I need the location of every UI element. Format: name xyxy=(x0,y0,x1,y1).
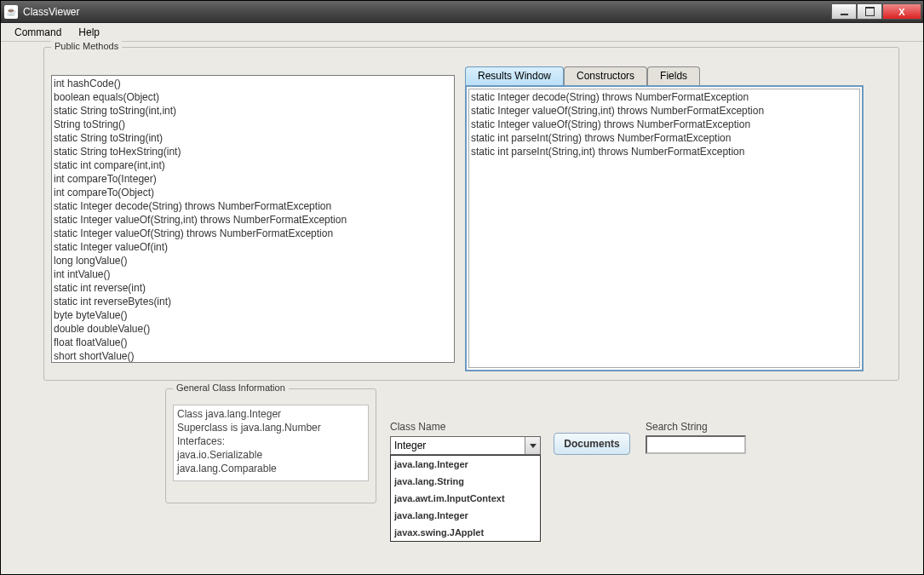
results-list[interactable]: static Integer decode(String) throws Num… xyxy=(468,89,860,368)
menu-command[interactable]: Command xyxy=(6,25,70,40)
public-methods-panel: Public Methods int hashCode()boolean equ… xyxy=(43,47,899,381)
class-info-line: java.io.Serializable xyxy=(177,448,364,462)
public-methods-legend: Public Methods xyxy=(51,41,122,51)
method-item[interactable]: byte byteValue() xyxy=(54,308,452,322)
method-item[interactable]: static int reverseBytes(int) xyxy=(54,295,452,308)
method-item[interactable]: int compareTo(Integer) xyxy=(54,172,452,186)
classname-dropdown[interactable]: java.lang.Integerjava.lang.Stringjava.aw… xyxy=(390,455,541,542)
dropdown-option[interactable]: javax.swing.JApplet xyxy=(391,524,540,541)
class-info-box: Class java.lang.Integer Superclass is ja… xyxy=(173,405,369,481)
window-controls: X xyxy=(831,3,921,20)
client-area: Public Methods int hashCode()boolean equ… xyxy=(1,42,923,574)
tabs-area: Results Window Constructors Fields stati… xyxy=(465,66,864,371)
result-item[interactable]: static Integer valueOf(String,int) throw… xyxy=(471,104,858,118)
method-item[interactable]: int intValue() xyxy=(54,267,452,281)
window-title: ClassViewer xyxy=(23,6,79,18)
search-label: Search String xyxy=(646,421,708,433)
titlebar[interactable]: ☕ ClassViewer X xyxy=(1,1,923,23)
class-info-legend: General Class Information xyxy=(173,382,289,393)
method-item[interactable]: static String toHexString(int) xyxy=(54,145,452,158)
menubar: Command Help xyxy=(1,23,923,42)
method-item[interactable]: static String toString(int,int) xyxy=(54,104,452,118)
class-info-line: Superclass is java.lang.Number xyxy=(177,421,364,434)
method-item[interactable]: int compareTo(Object) xyxy=(54,186,452,199)
class-info-line: Class java.lang.Integer xyxy=(177,407,364,421)
close-button[interactable]: X xyxy=(882,3,921,20)
app-window: ☕ ClassViewer X Command Help Public Meth… xyxy=(0,0,924,575)
method-item[interactable]: static String toString(int) xyxy=(54,131,452,145)
tab-constructors[interactable]: Constructors xyxy=(564,66,647,85)
classname-combo[interactable]: Integer xyxy=(390,436,541,455)
classname-combo-wrap: Integer java.lang.Integerjava.lang.Strin… xyxy=(390,436,541,455)
method-item[interactable]: int hashCode() xyxy=(54,77,452,90)
dropdown-option[interactable]: java.lang.String xyxy=(391,473,540,490)
dropdown-icon[interactable] xyxy=(525,437,540,454)
method-item[interactable]: short shortValue() xyxy=(54,349,452,363)
minimize-button[interactable] xyxy=(831,3,857,20)
dropdown-option[interactable]: java.lang.Integer xyxy=(391,456,540,473)
method-item[interactable]: float floatValue() xyxy=(54,336,452,349)
class-info-line: java.lang.Comparable xyxy=(177,462,364,475)
result-item[interactable]: static Integer valueOf(String) throws Nu… xyxy=(471,118,858,131)
method-item[interactable]: static Integer valueOf(String) throws Nu… xyxy=(54,227,452,240)
result-item[interactable]: static int parseInt(String) throws Numbe… xyxy=(471,131,858,145)
menu-help[interactable]: Help xyxy=(70,25,108,40)
maximize-button[interactable] xyxy=(857,3,882,20)
method-item[interactable]: double doubleValue() xyxy=(54,322,452,336)
method-item[interactable]: static int reverse(int) xyxy=(54,281,452,295)
tab-fields[interactable]: Fields xyxy=(647,66,700,85)
method-item[interactable]: static Integer valueOf(int) xyxy=(54,240,452,254)
java-icon: ☕ xyxy=(4,5,18,19)
tab-content-wrap: static Integer decode(String) throws Num… xyxy=(465,85,864,371)
tab-strip: Results Window Constructors Fields xyxy=(465,66,864,85)
method-item[interactable]: static Integer valueOf(String,int) throw… xyxy=(54,213,452,227)
classname-label: Class Name xyxy=(390,421,445,433)
classname-value: Integer xyxy=(391,440,525,451)
method-item[interactable]: static int compare(int,int) xyxy=(54,158,452,172)
dropdown-option[interactable]: java.awt.im.InputContext xyxy=(391,490,540,507)
method-item[interactable]: long longValue() xyxy=(54,254,452,267)
class-info-line: Interfaces: xyxy=(177,434,364,448)
documents-button[interactable]: Documents xyxy=(554,433,630,455)
method-item[interactable]: boolean equals(Object) xyxy=(54,90,452,104)
class-info-panel: General Class Information Class java.lan… xyxy=(165,388,376,503)
public-methods-list[interactable]: int hashCode()boolean equals(Object)stat… xyxy=(51,75,455,363)
search-input[interactable] xyxy=(646,435,746,454)
tab-results[interactable]: Results Window xyxy=(465,66,564,85)
method-item[interactable]: static Integer decode(String) throws Num… xyxy=(54,199,452,213)
result-item[interactable]: static int parseInt(String,int) throws N… xyxy=(471,145,858,158)
dropdown-option[interactable]: java.lang.Integer xyxy=(391,507,540,524)
result-item[interactable]: static Integer decode(String) throws Num… xyxy=(471,90,858,104)
method-item[interactable]: String toString() xyxy=(54,118,452,131)
